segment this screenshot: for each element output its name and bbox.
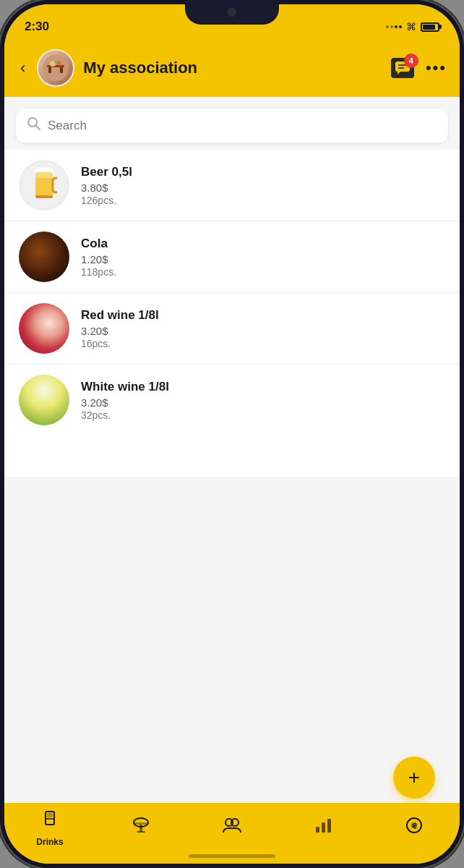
item-name: White wine 1/8l bbox=[81, 380, 445, 394]
item-name: Beer 0,5l bbox=[81, 165, 445, 179]
avatar bbox=[37, 49, 74, 87]
drinks-icon bbox=[40, 809, 60, 834]
header-actions: 4 ••• bbox=[391, 58, 447, 78]
status-icons: ⌘ bbox=[386, 21, 439, 33]
nav-item-drinks[interactable]: Drinks bbox=[28, 809, 72, 847]
item-details: Red wine 1/8l 3.20$ 16pcs. bbox=[81, 308, 445, 349]
svg-rect-25 bbox=[137, 831, 145, 833]
svg-point-6 bbox=[54, 61, 57, 64]
item-price: 3.80$ bbox=[81, 182, 445, 194]
list-item[interactable]: Beer 0,5l 3.80$ 126pcs. bbox=[4, 150, 460, 221]
svg-rect-1 bbox=[47, 65, 64, 67]
wifi-icon: ⌘ bbox=[406, 21, 416, 33]
svg-rect-17 bbox=[53, 178, 57, 192]
back-button[interactable]: ‹ bbox=[17, 56, 28, 80]
item-quantity: 118pcs. bbox=[81, 266, 445, 278]
item-image-redwine bbox=[19, 303, 69, 354]
svg-point-0 bbox=[43, 55, 69, 81]
items-list: Beer 0,5l 3.80$ 126pcs. Cola 1.20$ 118pc… bbox=[4, 150, 460, 477]
item-details: Cola 1.20$ 118pcs. bbox=[81, 237, 445, 278]
svg-marker-10 bbox=[398, 72, 400, 75]
page-title: My association bbox=[83, 59, 382, 77]
nav-item-members[interactable] bbox=[210, 815, 254, 841]
camera bbox=[228, 8, 236, 17]
battery-icon bbox=[421, 22, 439, 32]
status-time: 2:30 bbox=[25, 20, 49, 34]
nav-label-drinks: Drinks bbox=[36, 837, 63, 847]
item-price: 3.20$ bbox=[81, 325, 445, 337]
avatar-image bbox=[38, 51, 73, 85]
svg-rect-2 bbox=[48, 67, 51, 73]
content-area: Beer 0,5l 3.80$ 126pcs. Cola 1.20$ 118pc… bbox=[4, 97, 460, 803]
phone-frame: 2:30 ⌘ ‹ bbox=[0, 0, 464, 868]
svg-point-5 bbox=[56, 61, 61, 65]
item-price: 1.20$ bbox=[81, 253, 445, 265]
item-quantity: 32pcs. bbox=[81, 409, 445, 421]
more-button[interactable]: ••• bbox=[426, 59, 447, 77]
search-icon bbox=[27, 117, 40, 134]
item-image-beer bbox=[19, 160, 69, 210]
beer-icon bbox=[31, 165, 57, 205]
list-item[interactable]: Cola 1.20$ 118pcs. bbox=[4, 221, 460, 293]
search-input[interactable] bbox=[48, 119, 437, 133]
svg-text:€: € bbox=[413, 822, 417, 830]
members-icon bbox=[222, 815, 242, 841]
item-details: Beer 0,5l 3.80$ 126pcs. bbox=[81, 165, 445, 206]
item-quantity: 16pcs. bbox=[81, 338, 445, 349]
settings-icon: € bbox=[404, 815, 424, 841]
item-image-cola bbox=[19, 231, 69, 282]
svg-rect-24 bbox=[139, 825, 142, 832]
item-name: Red wine 1/8l bbox=[81, 308, 445, 323]
search-container bbox=[4, 97, 460, 150]
svg-rect-3 bbox=[60, 67, 63, 73]
item-details: White wine 1/8l 3.20$ 32pcs. bbox=[81, 380, 445, 421]
nav-item-stats[interactable] bbox=[301, 815, 345, 841]
empty-space bbox=[4, 477, 460, 804]
svg-rect-29 bbox=[322, 822, 325, 833]
chat-button[interactable]: 4 bbox=[391, 58, 414, 78]
signal-icon bbox=[386, 25, 402, 28]
svg-rect-18 bbox=[35, 195, 53, 198]
add-button[interactable]: + bbox=[393, 757, 435, 799]
svg-rect-30 bbox=[327, 819, 331, 833]
search-box bbox=[16, 109, 448, 142]
food-icon bbox=[131, 815, 151, 841]
notch bbox=[185, 0, 279, 25]
svg-rect-16 bbox=[35, 172, 53, 178]
list-item[interactable]: Red wine 1/8l 3.20$ 16pcs. bbox=[4, 293, 460, 365]
item-image-whitewine bbox=[19, 375, 69, 425]
item-price: 3.20$ bbox=[81, 396, 445, 409]
svg-rect-20 bbox=[47, 813, 53, 817]
stats-icon bbox=[313, 815, 333, 841]
battery-fill bbox=[423, 25, 435, 30]
home-indicator bbox=[189, 854, 275, 858]
svg-line-12 bbox=[36, 126, 40, 129]
notification-badge: 4 bbox=[404, 54, 418, 68]
screen: 2:30 ⌘ ‹ bbox=[4, 4, 460, 864]
item-name: Cola bbox=[81, 237, 445, 251]
app-header: ‹ My association bbox=[4, 42, 460, 97]
nav-item-food[interactable] bbox=[119, 815, 163, 841]
item-quantity: 126pcs. bbox=[81, 195, 445, 206]
svg-rect-28 bbox=[316, 827, 319, 833]
svg-rect-23 bbox=[134, 822, 148, 825]
svg-point-11 bbox=[28, 118, 37, 127]
avatar-art bbox=[43, 55, 69, 81]
nav-item-settings[interactable]: € bbox=[392, 815, 436, 841]
list-item[interactable]: White wine 1/8l 3.20$ 32pcs. bbox=[4, 365, 460, 435]
